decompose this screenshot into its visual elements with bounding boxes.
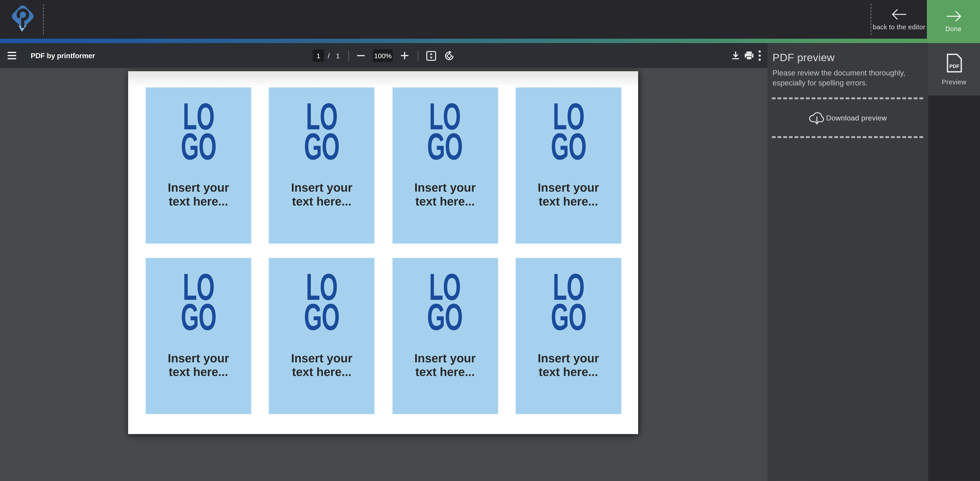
pdf-badge-text: PDF xyxy=(949,63,959,69)
page-total: 1 xyxy=(336,52,340,59)
card-logo-text: LO GO xyxy=(181,102,216,162)
pdf-viewer-canvas[interactable]: LO GO Insert your text here... LO GO Ins… xyxy=(0,68,768,481)
done-button[interactable]: Done xyxy=(927,0,980,43)
logo-card: LO GO Insert your text here... xyxy=(392,258,498,414)
card-placeholder-text: Insert your text here... xyxy=(414,181,476,208)
card-placeholder-text: Insert your text here... xyxy=(414,352,476,378)
cards-grid: LO GO Insert your text here... LO GO Ins… xyxy=(146,87,621,414)
card-placeholder-text: Insert your text here... xyxy=(168,181,229,208)
card-placeholder-text: Insert your text here... xyxy=(538,181,599,208)
app-window: back to the editor Done PDF by printform… xyxy=(0,0,980,481)
card-placeholder-text: Insert your text here... xyxy=(291,181,352,208)
preview-tab-label: Preview xyxy=(942,78,966,86)
progress-gradient-strip xyxy=(0,39,927,43)
fit-to-page-button[interactable] xyxy=(426,43,437,68)
toolbar-separator xyxy=(418,50,418,61)
plus-icon xyxy=(400,51,409,60)
pdf-page: LO GO Insert your text here... LO GO Ins… xyxy=(128,71,638,434)
cloud-download-icon xyxy=(809,111,825,125)
page-current: 1 xyxy=(317,52,320,59)
toolbar-separator xyxy=(348,50,349,61)
sidebar-title: PDF preview xyxy=(773,52,928,64)
preview-tab[interactable]: PDF Preview xyxy=(928,43,980,96)
viewer-title: PDF by printformer xyxy=(31,52,95,59)
rotate-icon xyxy=(444,50,455,61)
card-logo-text: LO GO xyxy=(304,272,340,332)
download-button[interactable] xyxy=(731,43,740,68)
logo-card: LO GO Insert your text here... xyxy=(392,87,498,244)
right-rail: PDF Preview xyxy=(928,43,980,481)
logo-card: LO GO Insert your text here... xyxy=(146,258,251,414)
zoom-in-button[interactable] xyxy=(400,43,409,68)
arrow-left-icon xyxy=(891,8,907,19)
page-divider: / xyxy=(328,52,329,59)
topbar-divider xyxy=(43,4,44,34)
dashed-separator xyxy=(772,136,923,138)
fit-page-icon xyxy=(426,50,437,61)
zoom-level-select[interactable]: 100% xyxy=(373,49,393,62)
minus-icon xyxy=(357,51,365,60)
pdf-toolbar: PDF by printformer 1 / 1 100% xyxy=(0,43,768,68)
back-to-editor-label: back to the editor xyxy=(873,23,925,30)
card-placeholder-text: Insert your text here... xyxy=(168,352,229,378)
logo-card: LO GO Insert your text here... xyxy=(515,87,621,244)
top-bar: back to the editor Done xyxy=(0,0,980,39)
logo-card: LO GO Insert your text here... xyxy=(269,87,374,244)
card-logo-text: LO GO xyxy=(304,102,340,162)
download-preview-button[interactable]: Download preview xyxy=(768,99,928,136)
kebab-menu-icon xyxy=(758,50,761,61)
sidebar-description: Please review the document thoroughly, e… xyxy=(773,69,922,88)
card-logo-text: LO GO xyxy=(428,272,463,332)
card-logo-text: LO GO xyxy=(181,272,216,332)
back-to-editor-button[interactable]: back to the editor xyxy=(871,0,927,39)
card-placeholder-text: Insert your text here... xyxy=(538,352,599,378)
logo-card: LO GO Insert your text here... xyxy=(269,258,374,414)
download-icon xyxy=(731,51,740,60)
page-number-input[interactable]: 1 xyxy=(313,49,324,62)
print-button[interactable] xyxy=(745,43,754,68)
arrow-right-icon xyxy=(945,11,962,22)
dashed-separator xyxy=(772,97,923,99)
zoom-value: 100% xyxy=(374,52,391,59)
pdf-preview-sidebar: PDF preview Please review the document t… xyxy=(768,43,928,481)
hamburger-icon xyxy=(8,52,16,59)
zoom-out-button[interactable] xyxy=(357,43,365,68)
card-logo-text: LO GO xyxy=(551,272,586,332)
download-preview-label: Download preview xyxy=(826,114,887,121)
more-options-button[interactable] xyxy=(758,43,761,68)
card-logo-text: LO GO xyxy=(551,102,586,162)
rotate-button[interactable] xyxy=(444,43,455,68)
pdf-file-icon: PDF xyxy=(946,53,962,73)
logo-card: LO GO Insert your text here... xyxy=(515,258,621,414)
logo-card: LO GO Insert your text here... xyxy=(146,87,251,244)
done-label: Done xyxy=(945,25,962,32)
card-logo-text: LO GO xyxy=(428,102,463,162)
card-placeholder-text: Insert your text here... xyxy=(291,352,352,378)
printformer-logo-icon[interactable] xyxy=(10,5,34,33)
sidebar-toggle-button[interactable] xyxy=(0,43,24,68)
print-icon xyxy=(745,51,754,60)
